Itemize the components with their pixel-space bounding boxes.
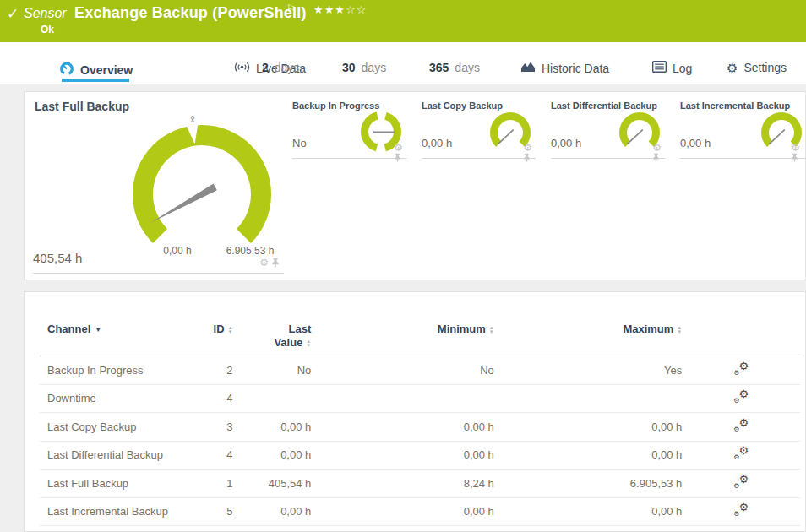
gauge-icon — [59, 61, 74, 79]
table-row[interactable]: Last Differential Backup 4 0,00 h 0,00 h… — [40, 442, 800, 470]
channel-minimum: 0,00 h — [311, 448, 494, 461]
small-gauge-value: 0,00 h — [680, 137, 711, 149]
channel-last-value: 405,54 h — [233, 477, 312, 490]
column-header-minimum[interactable]: Minimum▲▼ — [311, 323, 494, 335]
sort-both-icon: ▲▼ — [677, 326, 682, 334]
star-icon[interactable]: ☆ — [357, 3, 368, 16]
column-header-channel[interactable]: Channel▼ — [40, 323, 204, 335]
channel-name-link[interactable]: Last Full Backup — [40, 477, 204, 490]
channel-maximum: 6.905,53 h — [494, 477, 683, 490]
log-list-icon — [652, 61, 667, 75]
gauge-needle — [769, 130, 784, 144]
live-broadcast-icon — [234, 61, 250, 76]
column-header-last-label: Last — [233, 323, 312, 335]
pin-icon[interactable] — [271, 258, 280, 268]
tab-overview[interactable]: Overview — [59, 61, 133, 79]
tab-log[interactable]: Log — [652, 61, 692, 75]
tab-bar: Overview Live Data 2 days 30 days 365 — [0, 42, 806, 84]
gauge-gear-icon[interactable]: ⚙ — [652, 143, 662, 153]
table-row[interactable]: Downtime -4 ⚙⚙ — [40, 385, 800, 414]
tab-365-days[interactable]: 365 days — [429, 61, 480, 74]
table-row[interactable]: Last Copy Backup 3 0,00 h 0,00 h 0,00 h … — [40, 413, 800, 442]
column-header-channel-label: Channel — [47, 323, 90, 335]
channel-settings-icon[interactable]: ⚙⚙ — [733, 475, 749, 489]
channel-maximum: 0,00 h — [494, 505, 683, 518]
sort-both-icon: ▲▼ — [306, 339, 311, 348]
historic-chart-icon — [520, 61, 536, 75]
object-kind-label: Sensor — [24, 6, 67, 21]
small-gauge-cell-last-copy-backup[interactable]: Last Copy Backup 0,00 h ⚙ — [422, 98, 536, 159]
pin-icon[interactable] — [791, 153, 798, 162]
channel-id: 4 — [204, 448, 233, 461]
tab-30-days[interactable]: 30 days — [342, 61, 386, 74]
flag-icon: ⚐ — [286, 3, 296, 14]
gauge-gear-icon[interactable]: ⚙ — [394, 143, 403, 153]
primary-gauge-title: Last Full Backup — [35, 100, 129, 113]
channel-id: 5 — [204, 505, 233, 518]
small-gauge-value: 0,00 h — [422, 137, 452, 149]
channel-settings-icon[interactable]: ⚙⚙ — [733, 419, 749, 432]
priority-stars[interactable]: ★★★☆☆ — [313, 3, 367, 16]
channel-minimum: 8,24 h — [311, 477, 494, 490]
sensor-status-badge: Ok — [41, 24, 54, 35]
channel-settings-icon[interactable]: ⚙⚙ — [733, 447, 749, 460]
channel-last-value: No — [233, 364, 312, 377]
star-icon[interactable]: ★ — [324, 3, 335, 16]
tab-log-label: Log — [673, 62, 692, 75]
small-gauge-cell-last-incremental-backup[interactable]: Last Incremental Backup 0,00 h ⚙ — [680, 98, 806, 159]
channel-maximum: 0,00 h — [494, 448, 683, 461]
small-gauge-cell-backup-in-progress[interactable]: Backup In Progress No ⚙ — [292, 98, 406, 159]
column-header-maximum-label: Maximum — [623, 323, 673, 335]
table-row[interactable]: Backup In Progress 2 No No Yes ⚙⚙ — [40, 356, 800, 385]
channel-name-link[interactable]: Last Copy Backup — [40, 421, 204, 433]
channel-name-link[interactable]: Last Differential Backup — [40, 448, 204, 461]
column-header-id[interactable]: ID▲▼ — [204, 323, 233, 335]
channel-last-value: 0,00 h — [233, 505, 312, 518]
channel-last-value: 0,00 h — [233, 421, 312, 433]
channel-id: -4 — [204, 392, 233, 404]
channel-settings-icon[interactable]: ⚙⚙ — [733, 503, 749, 517]
pin-icon[interactable] — [523, 153, 531, 162]
status-ok-check-icon: ✓ — [7, 5, 19, 23]
prtg-sensor-page: ✓ Sensor Exchange Backup (PowerShell) ⚐ … — [0, 0, 806, 532]
pin-icon[interactable] — [394, 153, 401, 162]
column-header-maximum[interactable]: Maximum▲▼ — [494, 323, 683, 335]
pin-icon[interactable] — [652, 153, 660, 162]
table-row[interactable]: Last Incremental Backup 5 0,00 h 0,00 h … — [40, 498, 800, 527]
tab-2-days-number: 2 — [262, 61, 269, 74]
star-icon[interactable]: ★ — [335, 3, 346, 16]
channel-minimum: No — [311, 364, 494, 377]
star-icon[interactable]: ★ — [313, 3, 324, 16]
star-icon[interactable]: ☆ — [346, 3, 357, 16]
small-gauge-cell-last-differential-backup[interactable]: Last Differential Backup 0,00 h ⚙ — [551, 98, 665, 159]
gauge-scale-max: 6.905,53 h — [212, 245, 288, 257]
channel-settings-icon[interactable]: ⚙⚙ — [733, 362, 749, 376]
channel-name-link[interactable]: Downtime — [40, 392, 204, 404]
primary-gauge-cell[interactable]: Last Full Backup x̄ 0,00 h 6.905,53 h 40… — [25, 92, 285, 281]
channel-minimum: 0,00 h — [311, 505, 494, 518]
small-gauge-value: 0,00 h — [551, 137, 581, 149]
channel-last-value: 0,00 h — [233, 448, 312, 461]
channel-settings-icon[interactable]: ⚙⚙ — [733, 390, 749, 404]
channels-table-panel: Channel▼ ID▲▼ Last Value▲▼ Minimum▲▼ Max… — [24, 291, 806, 532]
column-header-last-value[interactable]: Last Value▲▼ — [233, 323, 312, 349]
mean-marker-label: x̄ — [190, 114, 195, 124]
sort-desc-icon: ▼ — [95, 326, 101, 334]
channel-name-link[interactable]: Last Incremental Backup — [40, 505, 204, 518]
tab-historic-data-label: Historic Data — [542, 62, 609, 75]
table-row[interactable]: Last Full Backup 1 405,54 h 8,24 h 6.905… — [40, 470, 800, 498]
channel-minimum: 0,00 h — [311, 421, 494, 433]
tab-2-days[interactable]: 2 days — [262, 61, 299, 74]
gauge-gear-icon[interactable]: ⚙ — [791, 143, 800, 153]
tab-historic-data[interactable]: Historic Data — [520, 61, 609, 75]
tab-settings[interactable]: ⚙ Settings — [727, 61, 787, 74]
gauges-panel: Last Full Backup x̄ 0,00 h 6.905,53 h 40… — [24, 91, 806, 280]
settings-gear-icon: ⚙ — [727, 62, 738, 74]
gauge-scale-min: 0,00 h — [144, 245, 211, 257]
channel-name-link[interactable]: Backup In Progress — [40, 364, 204, 377]
gauge-gear-icon[interactable]: ⚙ — [523, 143, 532, 153]
channel-id: 1 — [204, 477, 233, 490]
gauge-gear-icon[interactable]: ⚙ — [259, 258, 269, 268]
primary-gauge[interactable]: x̄ — [126, 114, 278, 266]
primary-gauge-value: 405,54 h — [33, 251, 82, 265]
